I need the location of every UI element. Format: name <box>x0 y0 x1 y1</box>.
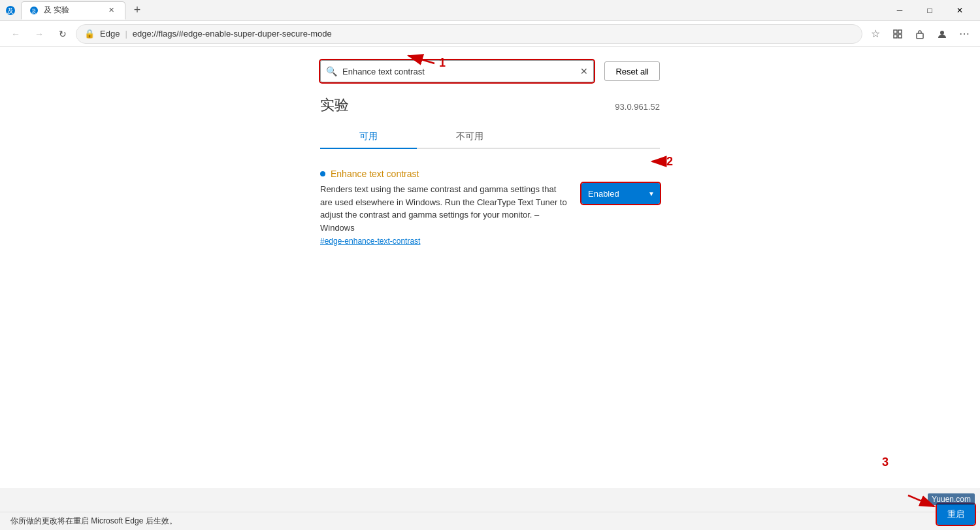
url-text: edge://flags/#edge-enable-super-duper-se… <box>133 29 854 39</box>
search-input[interactable]: Enhance text contrast <box>342 67 575 76</box>
svg-rect-7 <box>898 35 902 38</box>
tab-available[interactable]: 可用 <box>320 125 417 149</box>
flag-select-wrap: Default Enabled Disabled ▼ <box>581 183 660 204</box>
tab[interactable]: 及 及 实验 ✕ <box>21 1 125 20</box>
flag-body: Renders text using the same contrast and… <box>320 183 660 246</box>
flags-tabs: 可用 不可用 <box>320 125 660 149</box>
flag-item: Enhance text contrast Renders text using… <box>320 162 660 252</box>
flag-title-row: Enhance text contrast <box>320 169 660 179</box>
back-btn[interactable]: ← <box>5 24 26 44</box>
bottom-bar: 你所做的更改将在重启 Microsoft Edge 后生效。 <box>0 512 980 530</box>
refresh-btn[interactable]: ↻ <box>52 24 73 44</box>
bottom-message: 你所做的更改将在重启 Microsoft Edge 后生效。 <box>10 516 177 527</box>
content-area: 🔍 Enhance text contrast ✕ Reset all 实验 9… <box>0 47 980 488</box>
flag-link[interactable]: #edge-enhance-text-contrast <box>320 237 568 246</box>
flag-description: Renders text using the same contrast and… <box>320 183 568 234</box>
page-version: 93.0.961.52 <box>615 102 660 112</box>
svg-point-9 <box>940 31 944 35</box>
search-icon: 🔍 <box>326 66 337 76</box>
flag-dot <box>320 171 325 176</box>
toolbar-right: ☆ ⋯ <box>865 24 975 44</box>
site-security-icon: 🔒 <box>84 29 95 39</box>
restart-btn[interactable]: 重启 <box>937 504 975 525</box>
tab-title: 及 实验 <box>44 5 69 16</box>
search-bar-row: 🔍 Enhance text contrast ✕ Reset all <box>320 60 660 82</box>
tab-close-btn[interactable]: ✕ <box>106 5 117 16</box>
forward-btn[interactable]: → <box>29 24 50 44</box>
svg-text:及: 及 <box>7 7 14 14</box>
svg-rect-4 <box>894 30 897 33</box>
tab-unavailable[interactable]: 不可用 <box>417 125 523 148</box>
new-tab-btn[interactable]: + <box>128 1 146 20</box>
flag-select[interactable]: Default Enabled Disabled <box>581 183 660 204</box>
maximize-btn[interactable]: □ <box>915 0 945 21</box>
addressbar: ← → ↻ 🔒 Edge | edge://flags/#edge-enable… <box>0 21 980 47</box>
page-title: 实验 <box>320 95 349 115</box>
svg-rect-6 <box>894 35 897 38</box>
collections-btn[interactable] <box>887 24 908 44</box>
app-icon: 及 <box>5 5 16 16</box>
page-header: 实验 93.0.961.52 <box>320 95 660 115</box>
svg-text:及: 及 <box>31 8 37 14</box>
edge-label: Edge <box>100 29 120 39</box>
search-box[interactable]: 🔍 Enhance text contrast ✕ <box>320 60 594 82</box>
search-clear-icon[interactable]: ✕ <box>580 66 588 76</box>
profile-btn[interactable] <box>932 24 953 44</box>
reset-all-btn[interactable]: Reset all <box>604 61 660 81</box>
flag-description-block: Renders text using the same contrast and… <box>320 183 568 246</box>
address-bar[interactable]: 🔒 Edge | edge://flags/#edge-enable-super… <box>76 24 862 44</box>
minimize-btn[interactable]: ─ <box>885 0 915 21</box>
flags-container: 🔍 Enhance text contrast ✕ Reset all 实验 9… <box>320 47 660 265</box>
titlebar-left: 及 及 及 实验 ✕ + <box>5 1 146 20</box>
svg-rect-8 <box>917 33 923 39</box>
flag-name: Enhance text contrast <box>331 169 419 179</box>
titlebar: 及 及 及 实验 ✕ + ─ □ ✕ <box>0 0 980 21</box>
address-separator: | <box>125 29 127 39</box>
close-btn[interactable]: ✕ <box>945 0 975 21</box>
svg-rect-5 <box>898 30 902 33</box>
more-settings-btn[interactable]: ⋯ <box>954 24 975 44</box>
favorites-btn[interactable]: ☆ <box>865 24 886 44</box>
tab-icon: 及 <box>29 6 39 15</box>
watermark: Yuuen.com <box>928 493 975 505</box>
extensions-btn[interactable] <box>909 24 930 44</box>
